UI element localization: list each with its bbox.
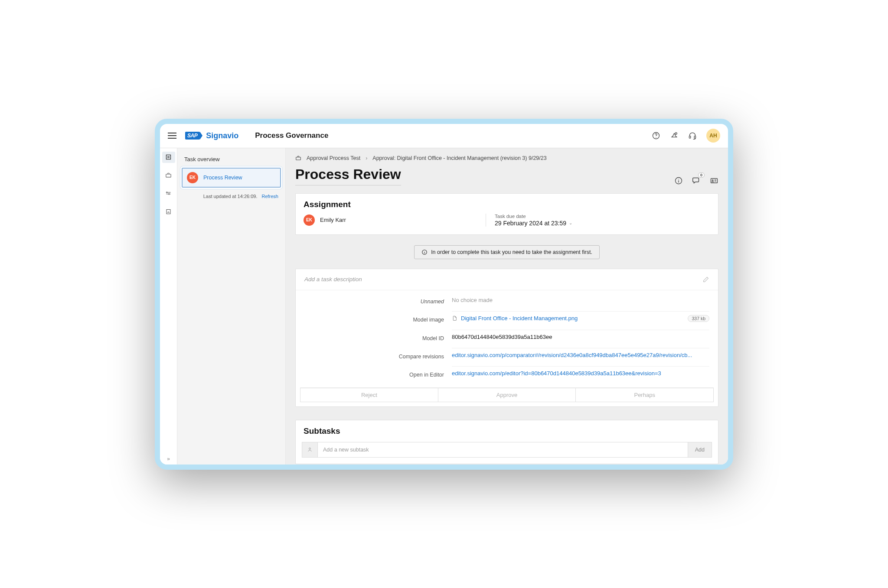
svg-point-14 — [712, 179, 713, 181]
updated-row: Last updated at 14:26:09. Refresh — [182, 188, 281, 199]
svg-rect-13 — [711, 179, 718, 183]
topbar-right: AH — [652, 129, 720, 143]
rail-briefcase-icon[interactable] — [162, 170, 175, 181]
info-banner: In order to complete this task you need … — [414, 245, 600, 259]
info-banner-text: In order to complete this task you need … — [431, 249, 592, 255]
logo: SAP Signavio — [185, 131, 238, 140]
subtask-input-row: Add — [302, 442, 712, 458]
field-model-id-label: Model ID — [304, 335, 452, 341]
svg-rect-5 — [166, 155, 171, 159]
rail-tasks-icon[interactable] — [162, 152, 175, 163]
subtasks-heading: Subtasks — [302, 426, 712, 442]
approve-button[interactable]: Approve — [438, 388, 576, 402]
breadcrumb-item-2[interactable]: Approval: Digital Front Office - Inciden… — [372, 155, 546, 161]
task-link[interactable]: Process Review — [203, 175, 242, 181]
assignee-name: Emily Karr — [320, 217, 346, 223]
compare-revisions-link[interactable]: editor.signavio.com/p/comparator#/revisi… — [452, 348, 709, 362]
task-avatar: EK — [187, 172, 198, 183]
svg-point-1 — [656, 137, 656, 138]
card-icon[interactable] — [710, 176, 718, 185]
due-date-label: Task due date — [495, 214, 572, 219]
refresh-link[interactable]: Refresh — [261, 194, 278, 199]
sap-logo-badge: SAP — [185, 132, 200, 140]
comments-icon[interactable]: 0 — [692, 176, 701, 185]
topbar: SAP Signavio Process Governance AH — [160, 124, 728, 148]
subtasks-panel: Subtasks Add — [295, 420, 718, 464]
field-unnamed-label: Unnamed — [304, 299, 452, 305]
edit-icon[interactable] — [702, 276, 709, 283]
file-icon — [452, 315, 457, 321]
svg-point-7 — [166, 192, 168, 193]
chevron-down-icon: ⌄ — [569, 221, 572, 225]
svg-rect-6 — [166, 174, 171, 177]
svg-point-8 — [169, 194, 170, 195]
app-window: SAP Signavio Process Governance AH — [155, 119, 733, 470]
notification-icon[interactable] — [670, 131, 679, 140]
main-content: Approval Process Test › Approval: Digita… — [286, 148, 728, 465]
rail-expand-icon[interactable]: » — [167, 456, 170, 462]
subtask-input[interactable] — [318, 442, 688, 457]
user-small-icon[interactable] — [302, 442, 318, 457]
info-small-icon — [421, 249, 428, 255]
chevron-right-icon: › — [366, 155, 367, 161]
model-image-link[interactable]: Digital Front Office - Incident Manageme… — [461, 315, 578, 322]
assignee-avatar: EK — [304, 214, 315, 226]
task-details-panel: Add a task description Unnamed No choice… — [295, 269, 718, 407]
user-avatar[interactable]: AH — [706, 129, 720, 143]
comment-count-badge: 0 — [698, 172, 705, 178]
decision-buttons: Reject Approve Perhaps — [300, 387, 714, 402]
svg-point-2 — [675, 133, 677, 134]
reject-button[interactable]: Reject — [300, 388, 438, 402]
breadcrumb: Approval Process Test › Approval: Digita… — [295, 155, 718, 161]
help-icon[interactable] — [652, 131, 660, 140]
svg-point-17 — [309, 448, 311, 449]
app-title: Process Governance — [255, 131, 328, 140]
file-size-pill: 337 kb — [688, 315, 709, 322]
nav-rail: » — [160, 148, 177, 465]
sidebar: Task overview EK Process Review Last upd… — [177, 148, 286, 465]
subtask-add-button[interactable]: Add — [688, 442, 712, 457]
updated-label: Last updated at 14:26:09. — [203, 194, 258, 199]
perhaps-button[interactable]: Perhaps — [576, 388, 714, 402]
field-model-id-value: 80b6470d144840e5839d39a5a11b63ee — [452, 330, 709, 344]
assignment-panel: Assignment EK Emily Karr Task due date 2… — [295, 193, 718, 235]
info-icon[interactable] — [674, 176, 683, 185]
open-in-editor-link[interactable]: editor.signavio.com/p/editor?id=80b6470d… — [452, 366, 709, 380]
due-date-text: 29 February 2024 at 23:59 — [495, 220, 566, 227]
description-placeholder[interactable]: Add a task description — [304, 276, 362, 283]
due-date-value[interactable]: 29 February 2024 at 23:59 ⌄ — [495, 220, 572, 227]
assignment-heading: Assignment — [304, 200, 710, 214]
rail-reports-icon[interactable] — [162, 206, 175, 218]
sidebar-title: Task overview — [182, 153, 281, 168]
field-compare-label: Compare revisions — [304, 354, 452, 360]
svg-rect-3 — [689, 136, 691, 138]
title-actions: 0 — [674, 176, 718, 185]
svg-rect-10 — [296, 157, 301, 159]
svg-point-16 — [424, 251, 425, 251]
briefcase-icon — [295, 155, 301, 161]
task-card[interactable]: EK Process Review — [182, 168, 281, 188]
rail-settings-icon[interactable] — [162, 188, 175, 199]
breadcrumb-item-1[interactable]: Approval Process Test — [307, 155, 360, 161]
svg-rect-4 — [694, 136, 695, 138]
field-open-label: Open in Editor — [304, 372, 452, 378]
headset-icon[interactable] — [688, 131, 697, 140]
field-model-image-label: Model image — [304, 317, 452, 323]
svg-point-12 — [678, 179, 679, 179]
field-unnamed-value: No choice made — [452, 293, 709, 307]
body: » Task overview EK Process Review Last u… — [160, 148, 728, 465]
menu-icon[interactable] — [168, 133, 176, 139]
signavio-logo-text: Signavio — [206, 131, 238, 140]
page-title: Process Review — [295, 163, 401, 185]
